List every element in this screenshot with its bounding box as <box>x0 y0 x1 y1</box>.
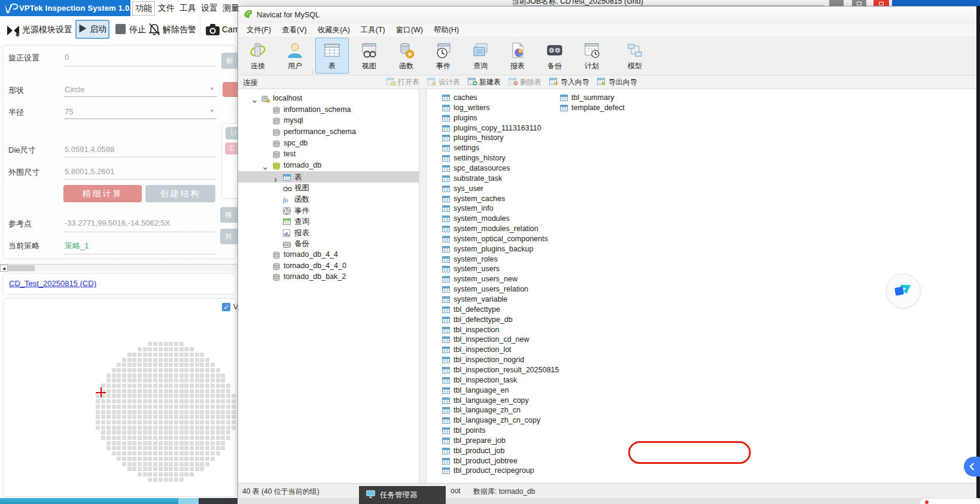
tree-item-test[interactable]: test <box>238 148 419 160</box>
scrollbar-thumb[interactable] <box>8 265 35 271</box>
table-item[interactable]: system_plugins_backup <box>427 244 975 254</box>
table-item[interactable]: tbl_language_zh_cn_copy <box>427 415 975 425</box>
navicat-titlebar[interactable]: Navicat for MySQL <box>238 7 976 23</box>
tree-item-表[interactable]: 表 <box>238 171 419 183</box>
table-item[interactable]: system_roles <box>427 254 975 264</box>
table-item[interactable]: plugins_history <box>427 133 975 142</box>
field-value[interactable]: 75 <box>65 107 73 116</box>
navicat-menu-收藏[interactable]: 收藏夹(A) <box>312 25 355 35</box>
navicat-tool-报表[interactable]: 报表 <box>501 38 534 74</box>
navicat-tool-函数[interactable]: 函数 <box>389 38 423 74</box>
vptek-menu-测量[interactable]: 测量 <box>220 0 242 16</box>
table-item[interactable]: tbl_inspection_task <box>427 375 975 385</box>
navicat-tool-用户[interactable]: 用户 <box>278 38 312 74</box>
navicat-menu-文件[interactable]: 文件(F) <box>241 25 276 35</box>
table-item[interactable]: tbl_inspection_cd_new <box>427 335 975 344</box>
table-item[interactable]: system_modules <box>427 214 975 223</box>
close-button[interactable] <box>874 0 889 6</box>
navicat-tool-备份[interactable]: 备份 <box>538 38 571 74</box>
table-item[interactable]: tbl_inspection_lot <box>427 345 975 354</box>
navicat-menu-帮助[interactable]: 帮助(H) <box>428 25 464 35</box>
table-item[interactable]: tbl_inspection_nogrid <box>427 355 975 365</box>
navicat-tool-模型[interactable]: 模型 <box>618 38 652 74</box>
table-item[interactable]: system_optical_components <box>427 234 975 244</box>
table-item[interactable]: tbl_defecttype_db <box>427 315 975 324</box>
vptek-menu-设置[interactable]: 设置 <box>198 0 221 16</box>
scroll-left-arrow[interactable]: ◀ <box>0 265 8 272</box>
vptek-menu-工具[interactable]: 工具 <box>176 0 199 16</box>
navicat-tool-查询[interactable]: 查询 <box>464 38 497 74</box>
minimize-button[interactable] <box>829 0 844 6</box>
navicat-menu-工具[interactable]: 工具(T) <box>355 25 391 35</box>
table-item[interactable]: tbl_points <box>427 426 975 435</box>
table-item[interactable]: tbl_inspection <box>427 325 975 335</box>
navicat-tool-计划[interactable]: 计划 <box>575 38 608 74</box>
job-link[interactable]: CD_Test_20250815 (CD) <box>9 279 96 288</box>
tree-item-localhost[interactable]: localhost <box>238 93 419 104</box>
todesk-logo-badge[interactable] <box>886 274 921 308</box>
chevron-down-icon[interactable]: ▾ <box>211 108 214 114</box>
tray-widget[interactable] <box>920 499 980 504</box>
navicat-tool-连接[interactable]: 连接 <box>241 38 275 74</box>
navicat-tool-表[interactable]: 表 <box>315 38 349 74</box>
pane-splitter[interactable] <box>419 89 427 483</box>
tree-item-tornado_db_4_4[interactable]: tornado_db_4_4 <box>238 249 419 260</box>
table-item[interactable]: plugins <box>427 113 975 123</box>
table-item[interactable]: spc_datasources <box>427 163 975 173</box>
objbar-打开表[interactable]: 打开表 <box>386 77 419 87</box>
table-item[interactable]: system_caches <box>427 194 975 204</box>
table-item[interactable]: substrate_task <box>427 174 975 183</box>
light-module-button[interactable]: 光源模块设置 <box>22 25 72 35</box>
table-item[interactable]: tbl_language_en <box>427 385 975 395</box>
table-item[interactable]: tbl_summary <box>427 93 975 102</box>
start-button[interactable]: 启动 <box>75 20 109 39</box>
tree-item-查询[interactable]: 查询 <box>238 215 419 227</box>
table-item[interactable]: system_modules_relation <box>427 224 975 233</box>
objbar-删除表[interactable]: 删除表 <box>509 77 541 87</box>
field-value[interactable]: 0 <box>65 53 69 62</box>
tree-item-视图[interactable]: 视图 <box>238 182 419 193</box>
tree-item-tornado_db_bak_2[interactable]: tornado_db_bak_2 <box>238 271 419 283</box>
table-item[interactable]: plugins_copy_1113163110 <box>427 123 975 133</box>
tree-item-mysql[interactable]: mysql <box>238 115 419 126</box>
tree-item-information_schema[interactable]: information_schema <box>238 104 419 116</box>
clear-alarm-button[interactable]: 解除告警 <box>163 25 196 35</box>
table-item[interactable]: sys_user <box>427 184 975 193</box>
table-item[interactable]: tbl_language_en_copy <box>427 396 975 405</box>
table-item[interactable]: tbl_language_zh_cn <box>427 405 975 415</box>
field-value[interactable]: -33.2771,99.5016,-14.5062;5X <box>65 218 170 227</box>
objbar-设计表[interactable]: 设计表 <box>427 77 460 87</box>
task-manager-button[interactable]: 任务管理器 <box>359 486 446 504</box>
stop-button[interactable]: 停止 <box>129 25 146 35</box>
table-item[interactable]: system_users <box>427 264 975 274</box>
table-item[interactable]: settings <box>427 143 975 153</box>
maximize-button[interactable] <box>852 0 866 6</box>
table-item[interactable]: tbl_inspection_result_20250815 <box>427 365 975 375</box>
vptek-menu-功能[interactable]: 功能 <box>132 0 155 16</box>
field-value[interactable]: 策略_1 <box>65 241 89 251</box>
objbar-导入向导[interactable]: 导入向导 <box>549 77 589 87</box>
objbar-新建表[interactable]: 新建表 <box>468 77 501 87</box>
create-struct-button[interactable]: 创建结构 <box>145 185 215 202</box>
table-item[interactable]: settings_history <box>427 153 975 163</box>
field-value[interactable]: 5.0591,4.0598 <box>65 145 114 154</box>
table-item[interactable]: system_info <box>427 204 975 213</box>
chevron-down-icon[interactable]: ▾ <box>211 86 214 92</box>
table-item[interactable]: tbl_defecttype <box>427 305 975 314</box>
navicat-tool-事件[interactable]: 事件 <box>427 38 460 74</box>
navicat-tool-视图[interactable]: 视图 <box>352 38 386 74</box>
tree-item-报表[interactable]: 报表 <box>238 227 419 238</box>
collapse-chevron-tab[interactable] <box>964 457 980 476</box>
vptek-menu-文件[interactable]: 文件 <box>155 0 178 16</box>
navicat-menu-查看[interactable]: 查看(V) <box>276 25 312 35</box>
field-value[interactable]: Circle <box>65 85 84 94</box>
tree-item-spc_db[interactable]: spc_db <box>238 138 419 149</box>
horizontal-scrollbar[interactable]: ◀ <box>0 264 238 272</box>
objbar-导出向导[interactable]: 导出向导 <box>597 77 637 87</box>
table-item[interactable]: tbl_product_recipegroup <box>427 466 975 475</box>
fine-calc-button[interactable]: 精细计算 <box>63 185 142 202</box>
tree-item-tornado_db[interactable]: tornado_db <box>238 160 419 171</box>
tree-item-事件[interactable]: 事件 <box>238 205 419 216</box>
tree-item-tornado_db_4_4_0[interactable]: tornado_db_4_4_0 <box>238 260 419 272</box>
tree-item-performance_schema[interactable]: performance_schema <box>238 126 419 138</box>
